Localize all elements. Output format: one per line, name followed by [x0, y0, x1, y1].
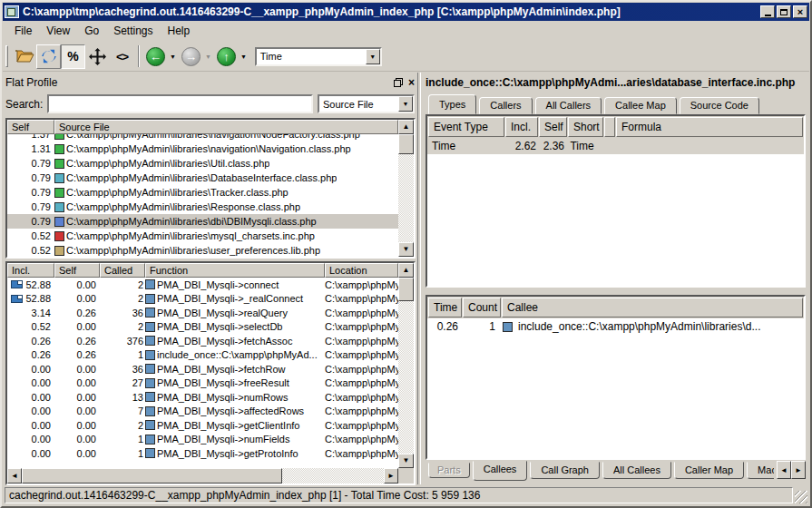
toolbar-handle[interactable]: [5, 45, 8, 67]
list-item[interactable]: 1.37C:\xampp\phpMyAdmin\libraries\naviga…: [7, 134, 398, 142]
menu-help[interactable]: Help: [161, 23, 198, 40]
table-row[interactable]: 52.880.002PMA_DBI_Mysqli->connectC:\xamp…: [7, 278, 398, 292]
column-header-called[interactable]: Called: [100, 263, 145, 278]
column-header-self[interactable]: Self: [7, 120, 54, 134]
table-row[interactable]: 0.260.26376PMA_DBI_Mysqli->fetchAssocC:\…: [7, 334, 398, 348]
search-input[interactable]: [47, 94, 313, 113]
maximize-button[interactable]: [777, 5, 791, 18]
tab-scroll-left-button[interactable]: ◄: [777, 461, 791, 479]
scroll-down-button[interactable]: ▼: [398, 454, 414, 468]
column-header-location[interactable]: Location: [325, 263, 398, 278]
title-bar[interactable]: C:\xampp\tmp\cachegrind.out.1416463299-C…: [3, 3, 809, 21]
menu-go[interactable]: Go: [77, 23, 106, 40]
reload-button[interactable]: [36, 44, 61, 69]
tab-callees[interactable]: Callees: [473, 461, 528, 481]
close-button[interactable]: ×: [793, 5, 807, 18]
table-row[interactable]: 0.260.261include_once::C:\xampp\phpMyAd.…: [7, 348, 398, 363]
tab-scroll-right-button[interactable]: ►: [791, 461, 806, 479]
dock-close-icon[interactable]: ×: [408, 78, 415, 87]
scrollbar-vertical[interactable]: ▲ ▼: [398, 120, 414, 257]
scrollbar-vertical[interactable]: ▲ ▼: [398, 263, 414, 468]
forward-button[interactable]: →: [179, 44, 203, 69]
list-item[interactable]: 1.31C:\xampp\phpMyAdmin\libraries\naviga…: [7, 142, 398, 156]
tab-call-graph[interactable]: Call Graph: [530, 462, 600, 479]
scroll-right-button[interactable]: ►: [384, 468, 398, 484]
table-row[interactable]: 3.140.2636PMA_DBI_Mysqli->realQueryC:\xa…: [7, 306, 398, 320]
scroll-track[interactable]: [398, 134, 414, 242]
column-header-source-file[interactable]: Source File: [54, 120, 398, 134]
called-value: 36: [100, 308, 145, 318]
tab-all-callees[interactable]: All Callees: [602, 462, 671, 479]
list-item-selected[interactable]: 0.79C:\xampp\phpMyAdmin\libraries\dbi\DB…: [7, 214, 398, 229]
scroll-left-button[interactable]: ◄: [7, 468, 22, 484]
group-by-combo[interactable]: Source File ▼: [318, 94, 415, 113]
column-header-incl[interactable]: Incl.: [505, 117, 538, 137]
menu-file[interactable]: File: [7, 23, 39, 40]
table-row[interactable]: 0.000.002PMA_DBI_Mysqli->getClientInfoC:…: [7, 418, 398, 433]
scroll-down-button[interactable]: ▼: [398, 242, 414, 257]
table-row-selected[interactable]: Time 2.62 2.36 Time: [427, 138, 804, 154]
scroll-up-button[interactable]: ▲: [398, 263, 414, 278]
scroll-thumb[interactable]: [398, 134, 414, 154]
file-icon: [54, 134, 64, 140]
scroll-thumb[interactable]: [398, 278, 414, 301]
table-row[interactable]: 52.880.002PMA_DBI_Mysqli->_realConnectC:…: [7, 292, 398, 307]
forward-dropdown-arrow[interactable]: ▼: [205, 54, 211, 60]
scrollbar-horizontal[interactable]: ◄ ►: [7, 468, 398, 484]
column-header-short[interactable]: Short: [568, 117, 603, 137]
back-button[interactable]: ←: [143, 44, 168, 69]
table-row[interactable]: 0.000.007PMA_DBI_Mysqli->affectedRowsC:\…: [7, 405, 398, 419]
column-header-incl[interactable]: Incl.: [7, 263, 54, 278]
tab-callers[interactable]: Callers: [479, 97, 532, 114]
table-row[interactable]: 0.000.0027PMA_DBI_Mysqli->freeResultC:\x…: [7, 376, 398, 391]
back-dropdown-arrow[interactable]: ▼: [170, 54, 176, 60]
column-header-function[interactable]: Function: [145, 263, 325, 278]
event-type-combo[interactable]: Time ▼: [255, 47, 382, 66]
tab-types[interactable]: Types: [428, 94, 476, 114]
list-item[interactable]: 0.52C:\xampp\phpMyAdmin\libraries\mysql_…: [7, 229, 398, 243]
up-dropdown-arrow[interactable]: ▼: [240, 54, 247, 60]
menu-view[interactable]: View: [39, 23, 77, 40]
table-row[interactable]: 0.26 1 include_once::C:\xampp\phpMyAdmin…: [427, 318, 804, 335]
column-header-callee[interactable]: Callee: [502, 298, 803, 318]
list-item[interactable]: 0.79C:\xampp\phpMyAdmin\libraries\Respon…: [7, 200, 398, 214]
group-combo-dropdown-button[interactable]: ▼: [398, 96, 413, 112]
open-file-button[interactable]: [12, 44, 36, 69]
tab-machine[interactable]: Machine: [747, 462, 774, 479]
table-row[interactable]: 0.000.0036PMA_DBI_Mysqli->fetchRowC:\xam…: [7, 362, 398, 376]
column-header-event-type[interactable]: Event Type: [428, 117, 504, 137]
column-header-formula[interactable]: Formula: [616, 117, 803, 137]
scroll-track[interactable]: [398, 278, 414, 454]
scroll-up-button[interactable]: ▲: [398, 120, 414, 134]
cost-bar-icon: [11, 280, 23, 288]
relative-percent-toggle[interactable]: %: [61, 44, 85, 69]
up-button[interactable]: ↑: [214, 44, 239, 69]
list-item[interactable]: 0.79C:\xampp\phpMyAdmin\libraries\Util.c…: [7, 156, 398, 171]
table-row[interactable]: 0.520.002PMA_DBI_Mysqli->selectDbC:\xamp…: [7, 320, 398, 335]
column-header-self[interactable]: Self: [539, 117, 567, 137]
menu-settings[interactable]: Settings: [106, 23, 160, 40]
tab-caller-map[interactable]: Caller Map: [674, 462, 744, 479]
column-header-time[interactable]: Time: [428, 298, 462, 318]
tab-all-callers[interactable]: All Callers: [535, 97, 602, 114]
table-row[interactable]: 0.000.001PMA_DBI_Mysqli->getProtoInfoC:\…: [7, 446, 398, 461]
table-row[interactable]: 0.000.001PMA_DBI_Mysqli->numFieldsC:\xam…: [7, 433, 398, 447]
column-header-self[interactable]: Self: [54, 263, 100, 278]
combo-dropdown-button[interactable]: ▼: [366, 49, 380, 64]
list-item[interactable]: 0.79C:\xampp\phpMyAdmin\libraries\Tracke…: [7, 185, 398, 200]
dock-header[interactable]: Flat Profile ×: [5, 74, 415, 90]
dock-layout-button[interactable]: [85, 44, 110, 69]
list-item[interactable]: 0.52C:\xampp\phpMyAdmin\libraries\user_p…: [7, 243, 398, 257]
minimize-button[interactable]: [760, 5, 775, 18]
resize-grip[interactable]: [795, 491, 807, 503]
expand-collapse-button[interactable]: <>: [110, 44, 134, 69]
table-row[interactable]: 0.000.0013PMA_DBI_Mysqli->numRowsC:\xamp…: [7, 390, 398, 405]
scroll-thumb[interactable]: [22, 468, 282, 484]
tab-callee-map[interactable]: Callee Map: [604, 97, 677, 114]
list-item[interactable]: 0.79C:\xampp\phpMyAdmin\libraries\Databa…: [7, 171, 398, 185]
dock-float-icon[interactable]: [394, 78, 403, 87]
column-header-count[interactable]: Count: [463, 298, 501, 318]
scroll-track[interactable]: [22, 468, 384, 484]
function-icon: [145, 378, 155, 388]
tab-source-code[interactable]: Source Code: [680, 97, 759, 114]
